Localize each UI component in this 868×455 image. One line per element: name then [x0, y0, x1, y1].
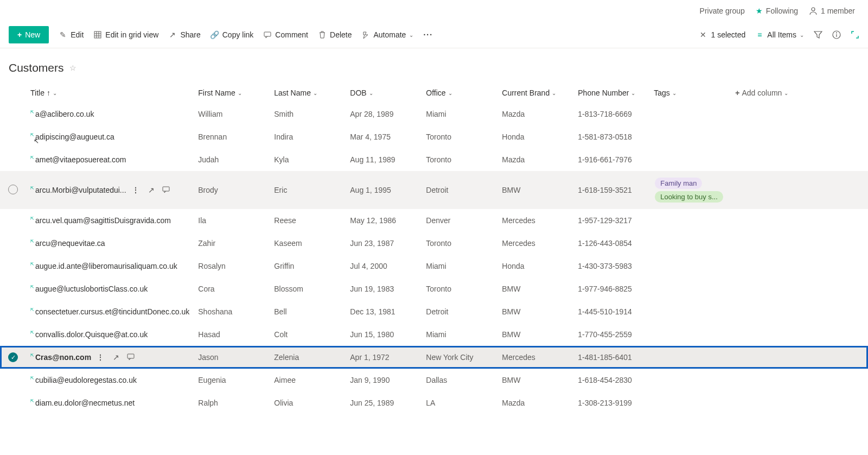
cell-dob: Dec 13, 1981: [346, 300, 422, 323]
column-header-first-name[interactable]: First Name ⌄: [198, 89, 265, 97]
title-cell-text[interactable]: Cras@non.com: [35, 353, 91, 362]
table-row[interactable]: ⇱adipiscing@augueut.ca↖BrennanIndiraMar …: [0, 125, 868, 148]
cell-ln: Blossom: [270, 277, 346, 300]
cell-fn: William: [194, 103, 270, 125]
edit-icon: ✎: [59, 30, 67, 39]
view-selector[interactable]: ≡All Items⌄: [755, 30, 804, 39]
cell-phone: 1-581-873-0518: [573, 125, 649, 148]
table-row[interactable]: ⇱cubilia@eudoloregestas.co.ukEugeniaAime…: [0, 369, 868, 391]
link-indicator-icon: ⇱: [30, 186, 34, 191]
row-comment-icon[interactable]: [162, 186, 170, 195]
cell-brand: BMW: [497, 277, 573, 300]
cell-tags: [649, 209, 731, 232]
link-indicator-icon: ⇱: [30, 307, 34, 312]
row-more-icon[interactable]: ⋮: [97, 353, 105, 362]
table-row[interactable]: ⇱arcu@nequevitae.caZahirKaseemJun 23, 19…: [0, 232, 868, 255]
cell-tags: Family manLooking to buy s...: [649, 171, 731, 209]
delete-button[interactable]: Delete: [318, 30, 352, 39]
share-icon: ↗: [168, 30, 177, 39]
automate-button[interactable]: Automate⌄: [361, 30, 413, 39]
chevron-down-icon: ⌄: [409, 32, 413, 38]
column-header-title[interactable]: Title ↑ ⌄: [30, 89, 189, 97]
select-all-header[interactable]: [0, 83, 26, 103]
filter-icon: [814, 30, 822, 39]
private-group-label: Private group: [700, 7, 745, 15]
members-link[interactable]: 1 member: [809, 7, 855, 15]
cell-ln: Indira: [270, 125, 346, 148]
column-header-tags[interactable]: Tags ⌄: [654, 89, 726, 97]
cell-phone: 1-618-159-3521: [573, 171, 649, 209]
list-title: Customers: [9, 61, 64, 74]
cell-ln: Griffin: [270, 255, 346, 277]
chevron-down-icon: ⌄: [238, 90, 242, 96]
share-button[interactable]: ↗Share: [168, 30, 200, 39]
cell-phone: 1-126-443-0854: [573, 232, 649, 255]
row-share-icon[interactable]: ↗: [113, 353, 119, 362]
row-selected-check-icon[interactable]: ✓: [8, 352, 18, 362]
link-indicator-icon: ⇱: [30, 155, 34, 160]
table-row[interactable]: ⇱amet@vitaeposuereat.comJudahKylaAug 11,…: [0, 148, 868, 171]
edit-grid-button[interactable]: Edit in grid view: [93, 30, 158, 39]
edit-button[interactable]: ✎Edit: [59, 30, 84, 39]
cell-ln: Bell: [270, 300, 346, 323]
title-cell-text[interactable]: a@aclibero.co.uk: [35, 110, 94, 118]
chevron-down-icon: ⌄: [631, 90, 635, 96]
cell-fn: Judah: [194, 148, 270, 171]
title-cell-text[interactable]: augue@luctuslobortisClass.co.uk: [35, 285, 148, 293]
table-row[interactable]: ⇱arcu.Morbi@vulputatedui...⋮↗BrodyEricAu…: [0, 171, 868, 209]
cell-dob: May 12, 1986: [346, 209, 422, 232]
title-cell-text[interactable]: arcu@nequevitae.ca: [35, 239, 105, 248]
cell-off: Toronto: [422, 148, 497, 171]
add-column-button[interactable]: + Add column ⌄: [735, 89, 864, 97]
cell-tags: [649, 148, 731, 171]
link-indicator-icon: ⇱: [30, 353, 34, 358]
table-row[interactable]: ⇱consectetuer.cursus.et@tinciduntDonec.c…: [0, 300, 868, 323]
new-button[interactable]: +New: [9, 26, 49, 43]
tag-pill[interactable]: Family man: [655, 178, 702, 189]
favorite-icon[interactable]: ☆: [69, 64, 76, 72]
title-cell-text[interactable]: augue.id.ante@liberomaurisaliquam.co.uk: [35, 262, 177, 270]
table-row[interactable]: ⇱arcu.vel.quam@sagittisDuisgravida.comIl…: [0, 209, 868, 232]
title-cell-text[interactable]: adipiscing@augueut.ca: [35, 132, 114, 141]
table-row[interactable]: ⇱a@aclibero.co.ukWilliamSmithApr 28, 198…: [0, 103, 868, 125]
column-header-dob[interactable]: DOB ⌄: [350, 89, 417, 97]
copy-link-button[interactable]: 🔗Copy link: [210, 30, 254, 39]
table-row[interactable]: ⇱convallis.dolor.Quisque@at.co.ukHasadCo…: [0, 323, 868, 346]
plus-icon: +: [735, 89, 739, 97]
title-cell-text[interactable]: diam.eu.dolor@necmetus.net: [35, 399, 135, 407]
expand-button[interactable]: [851, 30, 859, 39]
tag-pill[interactable]: Looking to buy s...: [655, 191, 723, 203]
row-comment-icon[interactable]: [127, 353, 135, 362]
command-bar: +New ✎Edit Edit in grid view ↗Share 🔗Cop…: [0, 22, 868, 48]
comment-button[interactable]: Comment: [263, 30, 308, 39]
cell-phone: 1-977-946-8825: [573, 277, 649, 300]
column-header-last-name[interactable]: Last Name ⌄: [274, 89, 341, 97]
table-row[interactable]: ✓⇱Cras@non.com⋮↗JasonZeleniaApr 1, 1972N…: [0, 346, 868, 369]
row-more-icon[interactable]: ⋮: [132, 186, 141, 195]
title-cell-text[interactable]: amet@vitaeposuereat.com: [35, 155, 126, 164]
row-select-circle[interactable]: [8, 185, 18, 194]
title-cell-text[interactable]: arcu.vel.quam@sagittisDuisgravida.com: [35, 216, 171, 225]
cell-fn: Brennan: [194, 125, 270, 148]
cell-off: Dallas: [422, 369, 497, 391]
table-row[interactable]: ⇱augue.id.ante@liberomaurisaliquam.co.uk…: [0, 255, 868, 277]
column-header-brand[interactable]: Current Brand ⌄: [502, 89, 569, 97]
clear-selection-button[interactable]: ✕1 selected: [699, 30, 745, 39]
more-button[interactable]: ···: [423, 30, 433, 39]
column-header-phone[interactable]: Phone Number ⌄: [578, 89, 645, 97]
cell-tags: [649, 277, 731, 300]
cell-brand: BMW: [497, 369, 573, 391]
table-row[interactable]: ⇱diam.eu.dolor@necmetus.netRalphOliviaJu…: [0, 391, 868, 414]
title-cell-text[interactable]: consectetuer.cursus.et@tinciduntDonec.co…: [35, 307, 189, 316]
row-share-icon[interactable]: ↗: [148, 186, 155, 195]
cell-fn: Ralph: [194, 391, 270, 414]
title-cell-text[interactable]: cubilia@eudoloregestas.co.uk: [35, 376, 137, 384]
title-cell-text[interactable]: arcu.Morbi@vulputatedui...: [35, 186, 126, 194]
chevron-down-icon: ⌄: [784, 90, 788, 96]
table-row[interactable]: ⇱augue@luctuslobortisClass.co.ukCoraBlos…: [0, 277, 868, 300]
following-toggle[interactable]: ★Following: [756, 7, 798, 15]
info-button[interactable]: [832, 30, 841, 39]
column-header-office[interactable]: Office ⌄: [426, 89, 493, 97]
title-cell-text[interactable]: convallis.dolor.Quisque@at.co.uk: [35, 330, 148, 339]
filter-button[interactable]: [814, 30, 822, 39]
